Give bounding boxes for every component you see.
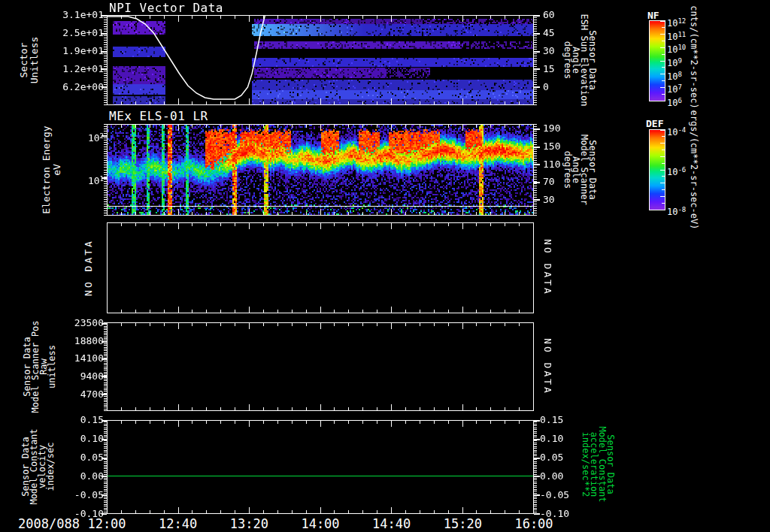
tick-label: 0.10 (540, 434, 563, 444)
npi-y-axis-label: Sector Unitless (19, 37, 40, 84)
colorbar-tick (660, 130, 665, 131)
tick-label: -0.10 (540, 509, 569, 519)
tick-label: -0.05 (540, 490, 569, 500)
empty-panel-canvas (98, 222, 543, 314)
tick-label: 108 (667, 68, 682, 79)
tick-label: -0.05 (41, 490, 104, 500)
nf-colorbar-units: cnts/(cm**2-sr-sec) (690, 5, 699, 108)
tick-label: 6.2e+00 (41, 82, 104, 92)
tick-label: 10-8 (667, 204, 686, 214)
tick-label: 0.00 (41, 471, 104, 482)
tick-label: 1010 (667, 41, 686, 52)
nf-colorbar-title: NF (647, 10, 659, 21)
tick-label: 10-6 (667, 164, 686, 174)
colorbar-tick (662, 27, 665, 28)
colorbar-tick (660, 101, 665, 101)
tick-label: 70 (543, 177, 555, 187)
els-right-axis-label: Sensor Data Model Scanner Angle degrees (563, 135, 596, 205)
colorbar-tick (662, 67, 665, 68)
colorbar-tick (660, 74, 665, 74)
tick-label: -0.10 (41, 509, 104, 519)
tick-label: 30 (543, 195, 555, 205)
x-axis-tick-label: 14:00 (290, 516, 350, 531)
tick-label: 15 (543, 64, 555, 74)
tick-label: 101 (41, 173, 104, 183)
panel3-no-data-label-right: NO DATA (543, 239, 553, 296)
def-colorbar-title: DEF (646, 118, 663, 129)
x-axis-tick-label: 13:20 (219, 516, 279, 531)
colorbar-tick (660, 47, 665, 48)
colorbar-tick (660, 156, 665, 157)
colorbar-tick (662, 94, 665, 95)
tick-label: 0 (543, 82, 549, 92)
tick-label: 2.5e+01 (41, 28, 104, 38)
colorbar-tick (662, 80, 665, 81)
velocity-plot-canvas (98, 419, 543, 515)
colorbar-tick (662, 54, 665, 55)
colorbar-tick (660, 210, 665, 210)
tick-label: 0.05 (41, 452, 104, 463)
tick-label: 60 (543, 10, 555, 20)
colorbar-tick (660, 87, 665, 88)
colorbar-tick (660, 21, 665, 22)
colorbar-tick (660, 183, 665, 183)
npi-right-axis-label: Sensor Data ESH Sun Elevation Angle degr… (563, 14, 596, 107)
tick-label: 0.15 (540, 415, 563, 425)
tick-label: 0.10 (41, 434, 104, 444)
def-colorbar (649, 129, 665, 210)
tick-label: 10-4 (667, 124, 686, 135)
els-spectrogram-canvas (98, 123, 543, 216)
tick-label: 14100 (41, 353, 104, 364)
x-axis-tick-label: 12:40 (148, 516, 208, 531)
npi-spectrogram-canvas (98, 14, 543, 106)
colorbar-tick (662, 189, 665, 190)
tick-label: 23500 (41, 318, 104, 328)
nf-colorbar (649, 20, 665, 101)
tick-label: 150 (543, 141, 560, 152)
tick-label: 1011 (667, 29, 686, 39)
tick-label: 1.2e+01 (41, 64, 104, 74)
x-axis-tick-label: 15:20 (432, 516, 493, 531)
tick-label: 45 (543, 28, 555, 38)
colorbar-tick (660, 61, 665, 62)
acceleration-right-axis-label: Sensor Data Model Constant acceleration … (581, 426, 614, 502)
tick-label: 3.1e+01 (41, 10, 104, 20)
x-axis-tick-label: 14:40 (362, 516, 422, 531)
tick-label: 102 (41, 130, 104, 141)
cdaweb-plot-figure: NPI Vector Data MEx ELS-01 LR Sector Uni… (0, 0, 770, 532)
tick-label: 106 (667, 95, 682, 105)
tick-label: 1.9e+01 (41, 46, 104, 56)
colorbar-tick (662, 150, 665, 150)
tick-label: 1012 (667, 15, 686, 26)
tick-label: 107 (667, 81, 682, 92)
colorbar-tick (660, 143, 665, 144)
panel3-no-data-label-left: NO DATA (83, 239, 93, 296)
colorbar-tick (662, 176, 665, 177)
colorbar-tick (660, 170, 665, 171)
tick-label: 18800 (41, 336, 104, 346)
tick-label: 0.05 (540, 452, 563, 463)
tick-label: 4700 (41, 389, 104, 400)
tick-label: 190 (543, 123, 560, 134)
tick-label: 109 (667, 55, 682, 65)
scanner-pos-no-data-label: NO DATA (543, 338, 553, 395)
tick-label: 30 (543, 46, 555, 56)
colorbar-tick (660, 196, 665, 197)
colorbar-tick (662, 203, 665, 204)
els-panel-title: MEx ELS-01 LR (109, 109, 208, 123)
npi-panel-title: NPI Vector Data (109, 1, 223, 15)
colorbar-tick (662, 41, 665, 41)
colorbar-tick (662, 163, 665, 164)
scanner-pos-panel-canvas (98, 322, 543, 412)
tick-label: 9400 (41, 371, 104, 382)
tick-label: 0.00 (540, 471, 563, 482)
tick-label: 110 (543, 159, 560, 170)
colorbar-tick (660, 34, 665, 35)
colorbar-tick (662, 136, 665, 137)
tick-label: 0.15 (41, 415, 104, 425)
def-colorbar-units: ergs/(cm**2-sr-sec-eV) (690, 110, 699, 230)
